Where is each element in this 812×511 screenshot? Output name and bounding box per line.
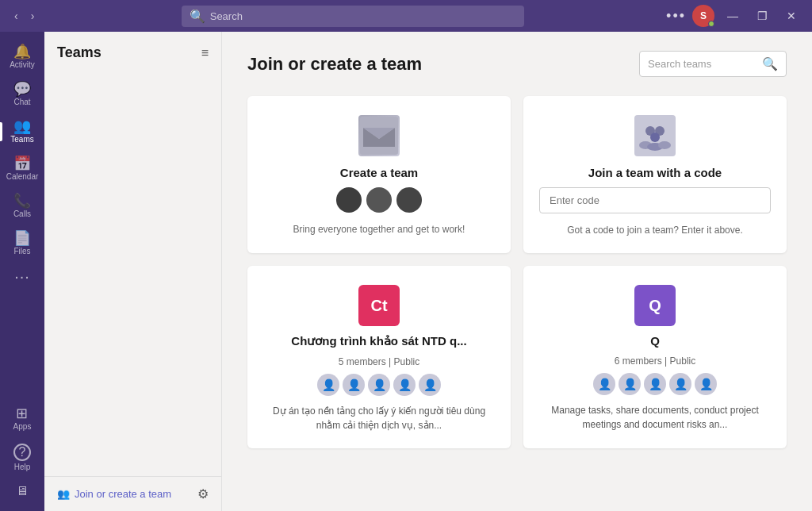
app-body: 🔔 Activity 💬 Chat 👥 Teams 📅 Calendar 📞 C…: [0, 32, 812, 511]
teams-panel-title: Teams: [57, 44, 102, 61]
sidebar-item-teams[interactable]: 👥 Teams: [0, 113, 44, 150]
create-team-avatars: [336, 187, 422, 213]
q-member-avatar-4: 👤: [669, 373, 691, 395]
sidebar-item-calls[interactable]: 📞 Calls: [0, 187, 44, 225]
svg-point-8: [658, 141, 671, 149]
chuong-trinh-member-avatars: 👤 👤 👤 👤 👤: [317, 374, 441, 396]
create-team-icon: [358, 115, 400, 156]
more-options-button[interactable]: •••: [666, 8, 686, 25]
q-member-avatar-5: 👤: [695, 373, 717, 395]
q-team-meta: 6 members | Public: [615, 355, 696, 367]
title-bar-left: ‹ ›: [10, 6, 39, 25]
sidebar-item-more[interactable]: ···: [0, 262, 44, 290]
join-team-card[interactable]: Join a team with a code Got a code to jo…: [523, 96, 787, 253]
calendar-icon: 📅: [13, 156, 31, 171]
minimize-button[interactable]: —: [721, 6, 745, 25]
avatar-1: [336, 187, 362, 213]
calls-icon: 📞: [13, 194, 31, 208]
chat-icon: 💬: [13, 82, 31, 96]
sidebar-item-files[interactable]: 📄 Files: [0, 225, 44, 262]
q-team-card[interactable]: Q Q 6 members | Public 👤 👤 👤 👤 👤 Manage …: [523, 266, 787, 448]
teams-panel: Teams ≡ 👥 Join or create a team ⚙: [44, 32, 222, 511]
svg-point-5: [650, 133, 660, 142]
q-member-avatar-3: 👤: [644, 373, 666, 395]
close-button[interactable]: ✕: [780, 6, 802, 25]
apps-icon: ⊞: [16, 406, 28, 421]
member-avatar-4: 👤: [393, 374, 416, 396]
member-avatar-3: 👤: [368, 374, 390, 396]
sidebar-item-calendar[interactable]: 📅 Calendar: [0, 150, 44, 187]
create-team-desc: Bring everyone together and get to work!: [293, 222, 465, 236]
nav-buttons: ‹ ›: [10, 6, 39, 25]
avatar-2: [366, 187, 392, 213]
join-team-title: Join a team with a code: [588, 166, 722, 179]
teams-icon: 👥: [13, 119, 31, 133]
teams-panel-menu-button[interactable]: ≡: [201, 46, 209, 60]
title-bar-right: ••• S — ❐ ✕: [666, 5, 802, 27]
q-team-icon: Q: [634, 285, 676, 326]
sidebar-item-activity[interactable]: 🔔 Activity: [0, 38, 44, 75]
group-svg: [639, 120, 671, 152]
global-search-input[interactable]: [210, 10, 516, 22]
join-team-icon: [634, 115, 676, 156]
member-avatar-2: 👤: [343, 374, 365, 396]
main-header: Join or create a team 🔍: [247, 51, 787, 77]
page-title: Join or create a team: [247, 54, 422, 75]
join-team-desc: Got a code to join a team? Enter it abov…: [567, 223, 742, 237]
sidebar-label-calls: Calls: [13, 209, 31, 218]
envelope-svg: [360, 117, 398, 155]
sidebar-label-teams: Teams: [10, 135, 33, 144]
teams-panel-footer: 👥 Join or create a team ⚙: [44, 476, 221, 511]
teams-panel-header: Teams ≡: [44, 32, 221, 67]
global-search-bar[interactable]: 🔍: [182, 6, 524, 27]
create-team-card[interactable]: Create a team Bring everyone together an…: [247, 96, 511, 253]
q-member-avatar-2: 👤: [619, 373, 641, 395]
enter-code-input[interactable]: [539, 187, 771, 213]
settings-button[interactable]: ⚙: [197, 486, 209, 501]
avatar-initials: S: [700, 10, 707, 21]
files-icon: 📄: [13, 231, 31, 245]
main-content: Join or create a team 🔍 Create a team: [222, 32, 812, 511]
chuong-trinh-meta: 5 members | Public: [339, 356, 420, 367]
forward-button[interactable]: ›: [26, 6, 40, 25]
sidebar-item-help[interactable]: ? Help: [13, 437, 32, 478]
cards-grid: Create a team Bring everyone together an…: [247, 96, 787, 448]
teams-panel-spacer: [44, 67, 221, 476]
sidebar: 🔔 Activity 💬 Chat 👥 Teams 📅 Calendar 📞 C…: [0, 32, 44, 511]
activity-icon: 🔔: [13, 44, 31, 59]
sidebar-label-help: Help: [14, 463, 31, 471]
sidebar-item-apps[interactable]: ⊞ Apps: [13, 400, 32, 437]
chuong-trinh-title: Chương trình khảo sát NTD q...: [291, 334, 466, 348]
chuong-trinh-desc: Dự án tạo nền tảng cho lấy ý kiến người …: [263, 404, 495, 432]
search-teams-icon: 🔍: [762, 56, 778, 71]
more-icon: ···: [14, 268, 30, 284]
search-teams-bar[interactable]: 🔍: [639, 51, 787, 77]
q-team-title: Q: [650, 334, 660, 348]
sidebar-label-apps: Apps: [13, 422, 32, 431]
screen-icon: 🖥: [16, 484, 29, 498]
q-team-desc: Manage tasks, share documents, conduct p…: [539, 403, 771, 432]
help-icon: ?: [13, 444, 31, 461]
q-team-member-avatars: 👤 👤 👤 👤 👤: [593, 373, 717, 395]
sidebar-bottom: ⊞ Apps ? Help 🖥: [13, 400, 32, 505]
maximize-button[interactable]: ❐: [751, 6, 774, 25]
user-avatar-button[interactable]: S: [692, 5, 714, 27]
chuong-trinh-team-card[interactable]: Ct Chương trình khảo sát NTD q... 5 memb…: [247, 266, 511, 448]
sidebar-label-activity: Activity: [10, 60, 35, 69]
member-avatar-5: 👤: [419, 374, 441, 396]
member-avatar-1: 👤: [317, 374, 339, 396]
join-create-label: Join or create a team: [75, 488, 171, 500]
sidebar-item-chat[interactable]: 💬 Chat: [0, 75, 44, 113]
search-teams-input[interactable]: [648, 58, 757, 70]
back-button[interactable]: ‹: [10, 6, 23, 25]
title-bar: ‹ › 🔍 ••• S — ❐ ✕: [0, 0, 812, 32]
sidebar-label-files: Files: [13, 247, 30, 256]
sidebar-label-calendar: Calendar: [6, 172, 39, 181]
create-team-title: Create a team: [340, 166, 418, 179]
chuong-trinh-icon: Ct: [358, 285, 400, 326]
join-create-team-button[interactable]: 👥 Join or create a team: [57, 488, 171, 500]
avatar-3: [396, 187, 422, 213]
sidebar-item-profile-bottom[interactable]: 🖥: [13, 478, 32, 505]
search-icon: 🔍: [190, 9, 205, 24]
sidebar-label-chat: Chat: [13, 98, 30, 106]
